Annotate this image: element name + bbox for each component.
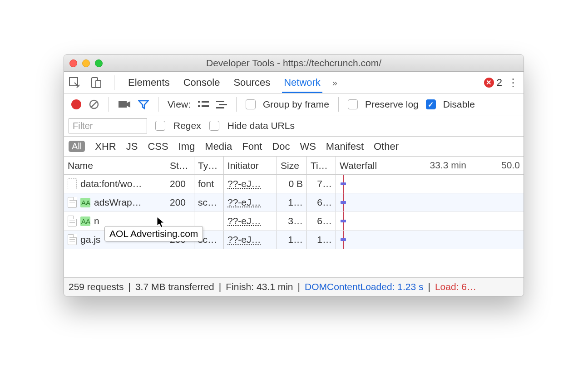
row-initiator[interactable]: ??-eJ… bbox=[224, 175, 277, 193]
device-toggle-icon[interactable] bbox=[90, 77, 102, 89]
col-type[interactable]: Ty… bbox=[194, 157, 224, 174]
aa-badge: AA bbox=[80, 216, 90, 226]
main-tabs: Elements Console Sources Network » ✕ 2 ⋮ bbox=[64, 72, 524, 94]
network-toolbar: View: Group by frame Preserve log Disabl… bbox=[64, 94, 524, 115]
status-finish: Finish: 43.1 min bbox=[226, 281, 293, 292]
separator bbox=[158, 97, 158, 112]
row-waterfall bbox=[336, 231, 524, 249]
col-initiator[interactable]: Initiator bbox=[224, 157, 277, 174]
filter-js[interactable]: JS bbox=[126, 141, 138, 153]
aa-badge: AA bbox=[80, 198, 90, 207]
filter-css[interactable]: CSS bbox=[148, 141, 168, 153]
row-time: 6… bbox=[307, 212, 336, 230]
svg-rect-11 bbox=[219, 104, 227, 105]
preserve-log-checkbox[interactable] bbox=[348, 99, 358, 109]
separator bbox=[109, 97, 109, 112]
tab-console[interactable]: Console bbox=[182, 72, 222, 93]
status-dcl: DOMContentLoaded: 1.23 s bbox=[305, 281, 424, 292]
inspect-icon[interactable] bbox=[69, 77, 80, 89]
minimize-window-button[interactable] bbox=[82, 59, 90, 67]
grid-header: Name St… Ty… Initiator Size Ti… Waterfal… bbox=[64, 157, 524, 175]
row-size: 1… bbox=[277, 193, 307, 212]
col-status[interactable]: St… bbox=[166, 157, 194, 174]
row-time: 1… bbox=[307, 231, 336, 249]
error-count-badge[interactable]: ✕ 2 bbox=[484, 77, 502, 89]
row-size: 0 B bbox=[277, 175, 307, 193]
col-waterfall-label: Waterfall bbox=[340, 160, 377, 171]
kebab-menu-icon[interactable]: ⋮ bbox=[508, 76, 519, 89]
request-row[interactable]: AA adsWrap… 200 sc… ??-eJ… 1… 6… bbox=[64, 193, 524, 212]
group-by-frame-checkbox[interactable] bbox=[246, 99, 256, 109]
tab-network[interactable]: Network bbox=[282, 72, 322, 93]
row-initiator[interactable]: ??-eJ… bbox=[224, 193, 277, 212]
col-waterfall[interactable]: Waterfall 33.3 min 50.0 bbox=[336, 157, 524, 174]
row-name: n bbox=[94, 216, 99, 226]
row-size: 1… bbox=[277, 231, 307, 249]
row-name: adsWrap… bbox=[94, 197, 142, 208]
filter-other[interactable]: Other bbox=[374, 141, 399, 153]
script-file-icon bbox=[68, 234, 77, 245]
zoom-window-button[interactable] bbox=[95, 59, 103, 67]
tabs-overflow-icon[interactable]: » bbox=[332, 78, 337, 88]
view-label: View: bbox=[168, 99, 191, 110]
separator bbox=[236, 97, 237, 112]
devtools-window: Developer Tools - https://techcrunch.com… bbox=[64, 54, 524, 296]
request-row[interactable]: data:font/wo… 200 font ??-eJ… 0 B 7… bbox=[64, 175, 524, 193]
svg-rect-10 bbox=[216, 101, 224, 102]
col-time[interactable]: Ti… bbox=[307, 157, 336, 174]
error-icon: ✕ bbox=[484, 78, 494, 88]
view-small-icon[interactable] bbox=[216, 100, 227, 109]
row-waterfall bbox=[336, 175, 524, 193]
close-window-button[interactable] bbox=[69, 59, 77, 67]
status-requests: 259 requests bbox=[69, 281, 124, 292]
svg-line-4 bbox=[91, 102, 97, 107]
svg-rect-7 bbox=[202, 101, 209, 103]
filter-bar: Regex Hide data URLs bbox=[64, 115, 524, 137]
col-size[interactable]: Size bbox=[277, 157, 307, 174]
filter-manifest[interactable]: Manifest bbox=[326, 141, 364, 153]
tab-elements[interactable]: Elements bbox=[126, 72, 172, 93]
filter-font[interactable]: Font bbox=[242, 141, 262, 153]
filter-img[interactable]: Img bbox=[178, 141, 195, 153]
row-time: 6… bbox=[307, 193, 336, 212]
row-size: 3… bbox=[277, 212, 307, 230]
hide-data-urls-checkbox[interactable] bbox=[209, 121, 219, 131]
svg-rect-5 bbox=[119, 101, 127, 108]
filter-icon[interactable] bbox=[138, 99, 149, 109]
separator bbox=[114, 75, 114, 90]
row-initiator[interactable]: ??-eJ… bbox=[224, 212, 277, 230]
titlebar: Developer Tools - https://techcrunch.com… bbox=[64, 55, 524, 72]
row-time: 7… bbox=[307, 175, 336, 193]
hide-data-urls-label: Hide data URLs bbox=[227, 120, 295, 131]
filter-media[interactable]: Media bbox=[205, 141, 232, 153]
row-waterfall bbox=[336, 193, 524, 212]
filter-ws[interactable]: WS bbox=[300, 141, 316, 153]
disable-cache-checkbox[interactable] bbox=[426, 99, 436, 109]
filter-all[interactable]: All bbox=[69, 141, 85, 152]
svg-rect-8 bbox=[198, 105, 200, 107]
filter-input[interactable] bbox=[69, 118, 147, 133]
tooltip: AOL Advertising.com bbox=[104, 226, 203, 241]
row-status: 200 bbox=[166, 175, 194, 193]
filter-doc[interactable]: Doc bbox=[272, 141, 290, 153]
row-initiator[interactable]: ??-eJ… bbox=[224, 231, 277, 249]
col-name[interactable]: Name bbox=[64, 157, 166, 174]
row-type: font bbox=[194, 175, 224, 193]
filter-xhr[interactable]: XHR bbox=[95, 141, 116, 153]
font-file-icon bbox=[68, 178, 77, 189]
svg-rect-9 bbox=[202, 105, 209, 107]
script-file-icon bbox=[68, 216, 77, 226]
camera-icon[interactable] bbox=[118, 100, 131, 109]
cursor-icon bbox=[157, 216, 165, 230]
row-name: ga.js bbox=[80, 234, 100, 245]
preserve-log-label: Preserve log bbox=[365, 99, 419, 110]
status-transferred: 3.7 MB transferred bbox=[135, 281, 214, 292]
record-button[interactable] bbox=[71, 99, 81, 109]
regex-checkbox[interactable] bbox=[155, 121, 165, 131]
error-count: 2 bbox=[497, 77, 502, 89]
tab-sources[interactable]: Sources bbox=[232, 72, 272, 93]
row-type: sc… bbox=[194, 193, 224, 212]
clear-icon[interactable] bbox=[89, 99, 99, 110]
status-load: Load: 6… bbox=[435, 281, 476, 292]
view-large-icon[interactable] bbox=[198, 100, 209, 109]
